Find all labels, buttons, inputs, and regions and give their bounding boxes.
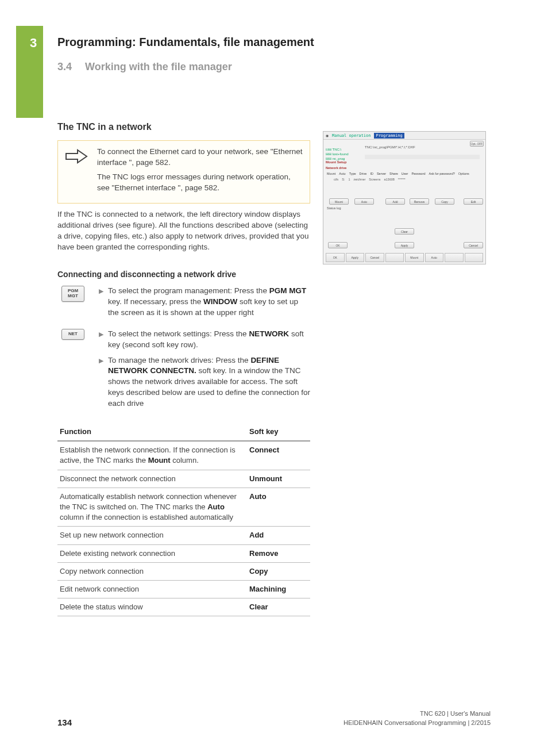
fn-cell: Set up new network connection (57, 527, 247, 544)
fn-cell: Establish the network connection. If the… (57, 441, 247, 470)
sk-cell: Add (247, 527, 310, 544)
mode-manual: Manual operation (332, 133, 371, 138)
bullet-text: To manage the network drives: Press the … (108, 355, 310, 409)
fn-cell: Copy network connection (57, 562, 247, 580)
triangle-icon: ▶ (99, 287, 103, 318)
sk-cell: Connect (247, 441, 310, 470)
fn-cell: Edit network connection (57, 580, 247, 598)
table-row: Copy network connectionCopy (57, 562, 310, 580)
mode-icon: ◉ (326, 133, 329, 137)
sk-cell: Copy (247, 562, 310, 580)
note-text: To connect the Ethernet card to your net… (97, 147, 304, 197)
triangle-icon: ▶ (99, 330, 103, 351)
fig-softkeys: OKApplyCancelMountAuto (326, 253, 483, 262)
fig-softkey: Cancel (365, 253, 384, 262)
table-row: Delete existing network connectionRemove (57, 544, 310, 562)
bullet-text: To select the program management: Press … (108, 286, 310, 318)
fn-cell: Delete the status window (57, 598, 247, 616)
sk-cell: Unmount (247, 470, 310, 488)
fig-softkey: OK (326, 253, 345, 262)
sk-cell: Clear (247, 598, 310, 616)
heading-connect: Connecting and disconnecting a network d… (57, 269, 310, 281)
fig-row: cifsS:1zeichnerScreensa13608****** (327, 178, 482, 181)
fn-cell: Disconnect the network connection (57, 470, 247, 488)
table-row: Disconnect the network connectionUnmount (57, 470, 310, 488)
fig-btn-remove: Remove (410, 198, 429, 205)
fig-btn-edit: Edit (464, 198, 483, 205)
softkey-table: Function Soft key Establish the network … (57, 423, 310, 616)
fig-group: Network drive (326, 166, 346, 170)
fig-btn-cancel: Cancel (464, 242, 483, 248)
fig-softkey: Mount (405, 253, 424, 262)
pgm-mgt-key-icon: PGM MGT (57, 286, 88, 302)
chapter-number: 3 (30, 36, 37, 51)
note-box: To connect the Ethernet card to your net… (57, 140, 310, 204)
fig-btn-copy: Copy (435, 198, 454, 205)
table-row: Automatically establish network connecti… (57, 488, 310, 527)
mode-programming: Programming (374, 133, 404, 139)
fig-btn-apply: Apply (395, 242, 414, 248)
sk-cell: Remove (247, 544, 310, 562)
fig-btn-add: Add (385, 198, 405, 205)
key-label: PGM MGT (61, 286, 84, 302)
net-key-icon: NET (57, 329, 88, 340)
fig-softkey (385, 253, 404, 262)
note-p1: To connect the Ethernet card to your net… (97, 147, 304, 168)
fig-mount-hdr: Mount Setup (326, 160, 346, 164)
step-1: PGM MGT ▶ To select the program manageme… (57, 286, 310, 323)
footer-line2: HEIDENHAIN Conversational Programming | … (344, 719, 491, 727)
triangle-icon: ▶ (99, 356, 103, 409)
page-number: 134 (57, 717, 72, 727)
key-label: NET (61, 329, 84, 340)
table-row: Delete the status windowClear (57, 598, 310, 616)
fig-statuslog: Status log (327, 206, 341, 210)
fig-columns: MountAutoTypeDriveIDServerShareUserPassw… (327, 172, 482, 175)
note-p2: The TNC logs error messages during netwo… (97, 172, 304, 194)
fig-bar (365, 155, 480, 159)
page-footer: 134 TNC 620 | User's Manual HEIDENHAIN C… (57, 709, 491, 727)
section-title: Working with the file manager (85, 61, 232, 72)
heading-network: The TNC in a network (57, 121, 310, 133)
fig-btn-clear: Clear (395, 228, 414, 235)
bullet-item: ▶ To select the network settings: Press … (99, 329, 310, 351)
fig-btn-auto: Auto (354, 198, 374, 205)
arrow-right-icon (64, 147, 89, 166)
bullet-item: ▶ To select the program management: Pres… (99, 286, 310, 318)
fig-tree: ⊟⊞ TNC:\ ⊞⊞ lost+found ⊞⊞ nc_prog (326, 148, 361, 161)
fig-softkey (465, 253, 484, 262)
table-row: Set up new network connectionAdd (57, 527, 310, 544)
bullet-text: To select the network settings: Press th… (108, 329, 310, 351)
fn-cell: Automatically establish network connecti… (57, 488, 247, 527)
table-row: Edit network connectionMachining (57, 580, 310, 598)
fig-softkey: Auto (425, 253, 444, 262)
body-paragraph: If the TNC is connected to a network, th… (57, 209, 310, 253)
sk-cell: Machining (247, 580, 310, 598)
fig-btn-ok: OK (328, 242, 348, 248)
col-softkey: Soft key (247, 423, 310, 441)
screenshot-figure: ◉ Manual operation Programming Opt. OFF … (323, 131, 486, 264)
col-function: Function (57, 423, 247, 441)
footer-right: TNC 620 | User's Manual HEIDENHAIN Conve… (344, 709, 491, 727)
fig-titlebar: ◉ Manual operation Programming (323, 132, 485, 140)
fig-softkey (445, 253, 464, 262)
section-heading: 3.4 Working with the file manager (57, 61, 232, 73)
fig-softkey: Apply (346, 253, 365, 262)
sk-cell: Auto (247, 488, 310, 527)
table-row: Establish the network connection. If the… (57, 441, 310, 470)
section-number: 3.4 (57, 61, 72, 72)
step-2: NET ▶ To select the network settings: Pr… (57, 329, 310, 414)
main-content: The TNC in a network To connect the Ethe… (57, 115, 310, 616)
footer-line1: TNC 620 | User's Manual (344, 709, 491, 718)
fn-cell: Delete existing network connection (57, 544, 247, 562)
chapter-title: Programming: Fundamentals, file manageme… (57, 36, 314, 49)
fig-btn-mount: Mount (329, 198, 349, 205)
bullet-item: ▶ To manage the network drives: Press th… (99, 355, 310, 409)
fig-path: TNC:\nc_prog\PGM\*.H;*.I;*.DXF (365, 145, 474, 149)
